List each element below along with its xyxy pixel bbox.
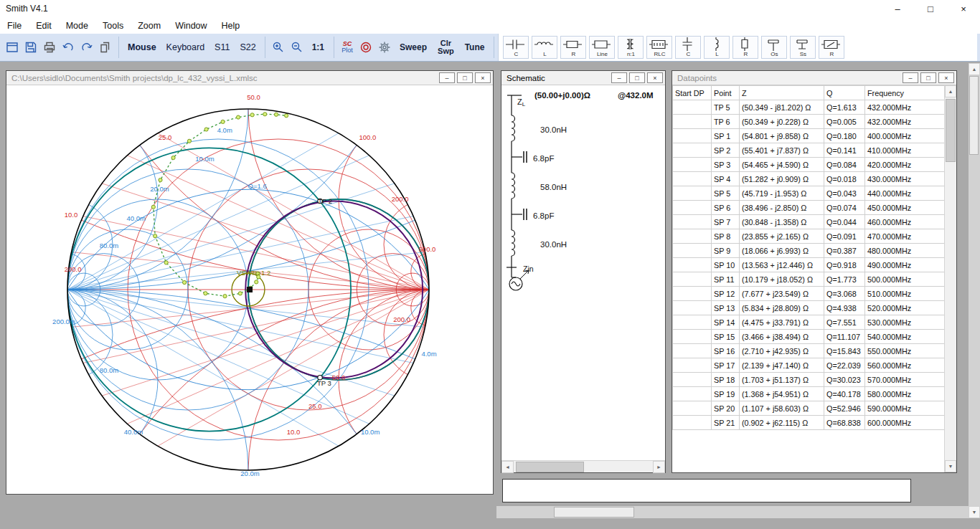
scroll-up-arrow[interactable]: ▲ <box>945 85 956 97</box>
datapoint-row[interactable]: SP 3(54.465 + j4.590) ΩQ=0.084420.000MHz <box>673 158 945 172</box>
datapoint-row[interactable]: SP 15(3.466 + j38.494) ΩQ=11.107540.000M… <box>673 330 945 344</box>
menu-item-tools[interactable]: Tools <box>95 19 131 33</box>
copy-button[interactable] <box>96 37 115 58</box>
clear-sweep-button[interactable]: Clr Swp <box>433 37 459 58</box>
component-cap-shunt-button[interactable]: C <box>675 36 701 59</box>
redo-button[interactable] <box>77 37 96 58</box>
datapoints-vscrollbar[interactable]: ▲ ▼ <box>944 85 956 472</box>
menu-item-window[interactable]: Window <box>168 19 214 33</box>
workspace-hscrollbar[interactable] <box>496 506 969 518</box>
schematic-hscrollbar[interactable]: ◄ ► <box>501 460 665 472</box>
component-res-series-button[interactable]: R <box>560 36 586 59</box>
datapoints-close-button[interactable]: × <box>938 72 954 83</box>
scroll-up-arrow[interactable]: ▲ <box>969 63 980 75</box>
mode-mouse[interactable]: Mouse <box>128 42 156 52</box>
datapoint-row[interactable]: SP 9(18.066 + j6.993) ΩQ=0.387480.000MHz <box>673 244 945 258</box>
datapoint-row[interactable]: SP 8(23.855 + j2.165) ΩQ=0.091470.000MHz <box>673 229 945 244</box>
scroll-down-arrow[interactable]: ▼ <box>945 460 956 472</box>
menu-item-zoom[interactable]: Zoom <box>131 19 168 33</box>
datapoints-maximize-button[interactable]: □ <box>920 72 936 83</box>
app-close-button[interactable]: × <box>947 0 980 17</box>
scroll-right-arrow[interactable]: ► <box>653 461 665 473</box>
app-minimize-button[interactable]: – <box>881 0 914 17</box>
component-value[interactable]: 30.0nH <box>540 125 567 134</box>
smith-plot-button[interactable] <box>357 37 375 58</box>
datapoint-row[interactable]: TP 5(50.349 - j81.202) ΩQ=1.613432.000MH… <box>673 100 945 115</box>
datapoint-row[interactable]: SP 2(55.401 + j7.837) ΩQ=0.141410.000MHz <box>673 143 945 158</box>
chart-maximize-button[interactable]: □ <box>457 72 473 83</box>
menu-item-file[interactable]: File <box>0 19 29 33</box>
component-transformer-button[interactable]: n:1 <box>618 36 644 59</box>
datapoint-row[interactable]: SP 14(4.475 + j33.791) ΩQ=7.551530.000MH… <box>673 315 945 330</box>
zoom-out-button[interactable] <box>288 37 306 58</box>
component-stub-short-button[interactable]: Ss <box>790 36 816 59</box>
chart-window-titlebar[interactable]: C:\Users\sidlo\Documents\Smith projects\… <box>6 71 493 85</box>
component-res-reactance-button[interactable]: R <box>819 36 844 59</box>
component-ind-shunt-button[interactable]: L <box>704 36 730 59</box>
tune-button[interactable]: Tune <box>459 37 491 58</box>
mode-keyboard[interactable]: Keyboard <box>166 42 205 52</box>
scrollbar-thumb[interactable] <box>969 76 979 155</box>
datapoint-row[interactable]: SP 5(45.719 - j1.953) ΩQ=0.043440.000MHz <box>673 186 945 201</box>
chart-close-button[interactable]: × <box>475 72 491 83</box>
zoom-reset-button[interactable]: 1:1 <box>306 37 330 58</box>
datapoint-row[interactable]: SP 16(2.710 + j42.935) ΩQ=15.843550.000M… <box>673 344 945 358</box>
new-button[interactable] <box>3 37 22 58</box>
datapoint-row[interactable]: SP 17(2.139 + j47.140) ΩQ=22.039560.000M… <box>673 358 945 373</box>
inductor-symbol[interactable] <box>512 115 515 141</box>
datapoint-row[interactable]: SP 18(1.703 + j51.137) ΩQ=30.023570.000M… <box>673 373 945 387</box>
component-cap-series-button[interactable]: C <box>503 36 529 59</box>
datapoint-row[interactable]: SP 19(1.368 + j54.951) ΩQ=40.178580.000M… <box>673 387 945 401</box>
print-button[interactable] <box>40 37 59 58</box>
scrollbar-thumb[interactable] <box>554 507 634 518</box>
scroll-left-arrow[interactable]: ◄ <box>501 461 514 473</box>
smith-chart-canvas[interactable]: 50.025.0100.0200.010.0500.0200.0200.050.… <box>6 85 493 494</box>
datapoints-window-titlebar[interactable]: Datapoints –□× <box>672 71 956 85</box>
sc-plot-button[interactable]: SC Plot <box>338 37 357 58</box>
component-value[interactable]: 6.8pF <box>533 211 554 220</box>
datapoints-minimize-button[interactable]: – <box>903 72 918 83</box>
zoom-in-button[interactable] <box>269 37 288 58</box>
inductor-symbol[interactable] <box>512 230 515 256</box>
scrollbar-thumb[interactable] <box>946 99 956 162</box>
schematic-minimize-button[interactable]: – <box>611 72 627 83</box>
datapoint-row[interactable]: SP 7(30.848 - j1.358) ΩQ=0.044460.000MHz <box>673 215 945 229</box>
datapoint-row[interactable]: SP 13(5.834 + j28.809) ΩQ=4.938520.000MH… <box>673 301 945 315</box>
datapoint-row[interactable]: SP 10(13.563 + j12.446) ΩQ=0.918490.000M… <box>673 258 945 272</box>
datapoint-row[interactable]: SP 11(10.179 + j18.052) ΩQ=1.773500.000M… <box>673 272 945 287</box>
datapoint-row[interactable]: SP 12(7.677 + j23.549) ΩQ=3.068510.000MH… <box>673 287 945 301</box>
schematic-maximize-button[interactable]: □ <box>629 72 645 83</box>
app-maximize-button[interactable]: □ <box>914 0 947 17</box>
datapoint-row[interactable]: SP 4(51.282 + j0.909) ΩQ=0.018430.000MHz <box>673 172 945 186</box>
menu-item-help[interactable]: Help <box>215 19 248 33</box>
component-stub-open-button[interactable]: Os <box>761 36 787 59</box>
undo-button[interactable] <box>59 37 77 58</box>
chart-minimize-button[interactable]: – <box>439 72 455 83</box>
component-ind-series-button[interactable]: L <box>532 36 557 59</box>
scrollbar-thumb[interactable] <box>516 462 584 472</box>
menu-item-mode[interactable]: Mode <box>59 19 95 33</box>
datapoint-row[interactable]: SP 1(54.801 + j9.858) ΩQ=0.180400.000MHz <box>673 129 945 143</box>
workspace-vscrollbar[interactable]: ▲ ▼ <box>969 63 980 518</box>
mode-s22[interactable]: S22 <box>240 42 255 52</box>
sweep-button[interactable]: Sweep <box>394 37 433 58</box>
datapoint-row[interactable]: SP 20(1.107 + j58.603) ΩQ=52.946590.000M… <box>673 401 945 416</box>
sweep-marker[interactable] <box>247 287 253 292</box>
component-value[interactable]: 6.8pF <box>533 154 554 163</box>
datapoint-row[interactable]: TP 6(50.349 + j0.228) ΩQ=0.005432.000MHz <box>673 115 945 129</box>
datapoint-row[interactable]: SP 6(38.496 - j2.850) ΩQ=0.074450.000MHz <box>673 201 945 215</box>
component-value[interactable]: 58.0nH <box>540 183 567 191</box>
inductor-symbol[interactable] <box>512 173 515 199</box>
menu-item-edit[interactable]: Edit <box>29 19 59 33</box>
settings-button[interactable] <box>375 37 394 58</box>
component-rlc-button[interactable]: RLC <box>646 36 672 59</box>
mode-s11[interactable]: S11 <box>215 42 230 52</box>
component-line-button[interactable]: Line <box>589 36 615 59</box>
component-res-shunt-button[interactable]: R <box>732 36 758 59</box>
datapoint-row[interactable]: SP 21(0.902 + j62.115) ΩQ=68.838600.000M… <box>673 416 945 430</box>
schematic-close-button[interactable]: × <box>647 72 663 83</box>
schematic-canvas[interactable]: ZL(50.00+j0.00)Ω@432.0M30.0nH6.8pF58.0nH… <box>501 85 665 458</box>
schematic-window-titlebar[interactable]: Schematic –□× <box>501 71 665 85</box>
scroll-down-arrow[interactable]: ▼ <box>969 506 980 518</box>
component-value[interactable]: 30.0nH <box>540 240 567 249</box>
